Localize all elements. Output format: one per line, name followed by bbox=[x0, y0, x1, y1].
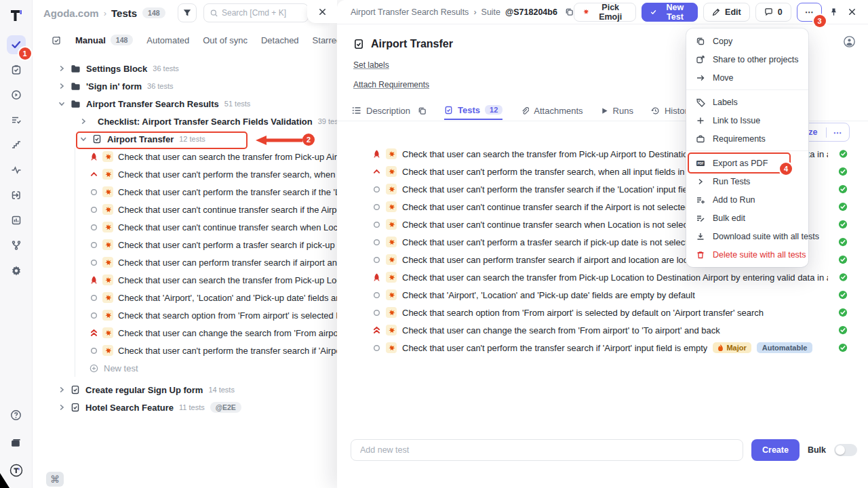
close-panel-button[interactable] bbox=[846, 4, 859, 20]
filter-tab-automated[interactable]: Automated bbox=[146, 35, 189, 45]
sidebar-help-icon[interactable] bbox=[7, 405, 26, 424]
search-input[interactable] bbox=[222, 8, 302, 18]
priority-normal-icon bbox=[90, 312, 98, 319]
bulk-toggle[interactable] bbox=[834, 444, 857, 456]
test-row[interactable]: Check that user can change the search fr… bbox=[337, 321, 868, 339]
tab-runs[interactable]: Runs bbox=[601, 101, 633, 120]
filter-button[interactable] bbox=[178, 3, 197, 22]
tree-item[interactable]: 'Sign in' form36 tests bbox=[33, 77, 337, 95]
tree-test-item[interactable]: Check that user can't continue transfer … bbox=[33, 218, 337, 236]
manage-filters-icon[interactable] bbox=[52, 35, 62, 45]
suite-breadcrumb-section[interactable]: Airport Transfer Search Results bbox=[351, 7, 469, 17]
tree-test-item[interactable]: Check that user can perform transfer sea… bbox=[33, 253, 337, 271]
tree-test-item[interactable]: Check that user can't continue transfer … bbox=[33, 201, 337, 218]
assignee-avatar-icon[interactable] bbox=[844, 36, 855, 47]
tree-item[interactable]: Checklist: Airport Transfer Search Field… bbox=[33, 113, 337, 130]
sidebar-clipboard-check-icon[interactable] bbox=[7, 60, 26, 79]
attach-requirements-link[interactable]: Attach Requirements bbox=[353, 80, 429, 89]
test-row[interactable]: Check that 'Airport', 'Location' and 'Pi… bbox=[337, 286, 868, 304]
menu-item-download-suite-with-all-tests[interactable]: Download suite with all tests bbox=[686, 227, 808, 245]
menu-item-labels[interactable]: Labels bbox=[686, 93, 808, 111]
chevron-right-icon[interactable] bbox=[80, 118, 87, 125]
chevron-right-icon bbox=[696, 177, 705, 186]
menu-item-run-tests[interactable]: Run Tests bbox=[686, 172, 808, 190]
folder-icon bbox=[71, 99, 81, 109]
menu-item-link-to-issue[interactable]: Link to Issue bbox=[686, 111, 808, 129]
tree-test-item[interactable]: Check that user can't perform the transf… bbox=[33, 165, 337, 183]
tag-icon bbox=[696, 98, 705, 107]
sidebar-library-icon[interactable] bbox=[7, 433, 26, 452]
menu-item-delete-suite-with-all-tests[interactable]: Delete suite with all tests bbox=[686, 245, 808, 264]
pick-emoji-button[interactable]: Pick Emoji bbox=[574, 3, 636, 22]
collision-emoji-icon bbox=[386, 342, 397, 353]
tab-attachments[interactable]: Attachments bbox=[520, 101, 583, 120]
add-test-input[interactable] bbox=[351, 439, 743, 461]
chevron-right-icon[interactable] bbox=[58, 386, 65, 393]
sidebar-import-icon[interactable] bbox=[7, 186, 26, 205]
sidebar-tests-icon[interactable]: 1 bbox=[7, 35, 26, 54]
chevron-down-icon[interactable] bbox=[58, 100, 65, 107]
tree-test-item[interactable]: Check that search option from 'From airp… bbox=[33, 306, 337, 324]
suites-tree: Settings Block36 tests'Sign in' form36 t… bbox=[33, 60, 337, 416]
collision-emoji-icon bbox=[386, 307, 397, 318]
sidebar-steps-icon[interactable] bbox=[7, 136, 26, 155]
menu-divider bbox=[686, 89, 808, 90]
copy-suite-id-icon[interactable] bbox=[565, 7, 574, 16]
chevron-down-icon[interactable] bbox=[80, 136, 87, 142]
folder-icon bbox=[71, 81, 81, 92]
tree-test-item[interactable]: Check that user can change the search fr… bbox=[33, 324, 337, 342]
tree-item[interactable]: Airport Transfer Search Results51 tests bbox=[33, 95, 337, 113]
filter-tab-manual[interactable]: Manual148 bbox=[75, 35, 133, 45]
copy-description-icon[interactable] bbox=[418, 106, 427, 115]
chevron-right-icon[interactable] bbox=[58, 404, 65, 411]
tree-item[interactable]: Settings Block36 tests bbox=[33, 60, 337, 77]
sidebar-branch-icon[interactable] bbox=[7, 236, 26, 255]
sidebar-play-circle-icon[interactable] bbox=[7, 85, 26, 104]
filter-tab-starred[interactable]: Starred bbox=[313, 35, 337, 45]
suite-doc-icon bbox=[92, 134, 102, 144]
menu-item-export-as-pdf[interactable]: PDFExport as PDF4 bbox=[686, 154, 808, 172]
test-row[interactable]: Check that user can't perform the transf… bbox=[337, 339, 868, 357]
edit-button[interactable]: Edit bbox=[703, 3, 750, 22]
tree-test-item[interactable]: Check that user can't perform the transf… bbox=[33, 183, 337, 201]
menu-item-move[interactable]: Move bbox=[686, 68, 808, 87]
new-test-button[interactable]: New Test bbox=[642, 3, 698, 22]
app-sidebar: 1 bbox=[0, 0, 33, 488]
create-button[interactable]: Create bbox=[751, 439, 800, 461]
tree-test-item[interactable]: Check that user can't perform the transf… bbox=[33, 342, 337, 359]
menu-item-copy[interactable]: Copy bbox=[686, 32, 808, 50]
pin-button[interactable] bbox=[827, 4, 840, 20]
summarize-more-button[interactable]: ⋯ bbox=[826, 127, 850, 138]
sidebar-list-check-icon[interactable] bbox=[7, 110, 26, 129]
tree-test-item[interactable]: Check that user can search the transfer … bbox=[33, 271, 337, 289]
sidebar-settings-gear-icon[interactable] bbox=[7, 261, 26, 280]
tree-test-item[interactable]: Check that 'Airport', 'Location' and 'Pi… bbox=[33, 289, 337, 306]
tab-description[interactable]: Description bbox=[352, 101, 427, 120]
comments-button[interactable]: 0 bbox=[755, 3, 791, 22]
new-test-button[interactable]: New test bbox=[33, 359, 337, 377]
tree-test-item[interactable]: Check that user can't perform a trasfer … bbox=[33, 236, 337, 253]
breadcrumb-section[interactable]: Tests bbox=[111, 7, 137, 19]
test-row[interactable]: Check that user can search the transfer … bbox=[337, 268, 868, 286]
breadcrumb-project[interactable]: Agoda.com bbox=[43, 7, 99, 19]
more-actions-button[interactable]: ⋯ 3 bbox=[797, 3, 823, 22]
app-logo-icon[interactable] bbox=[7, 7, 25, 24]
chevron-right-icon[interactable] bbox=[58, 65, 65, 72]
filter-tab-detached[interactable]: Detached bbox=[261, 35, 299, 45]
menu-item-share-to-other-projects[interactable]: Share to other projects bbox=[686, 50, 808, 68]
chevron-right-icon[interactable] bbox=[58, 83, 65, 89]
search-box[interactable] bbox=[203, 3, 309, 22]
tree-item[interactable]: Hotel Search Feature11 tests@E2E bbox=[33, 399, 337, 416]
tab-tests[interactable]: Tests 12 bbox=[444, 101, 502, 120]
panel-close-tab[interactable] bbox=[307, 0, 337, 23]
sidebar-activity-icon[interactable] bbox=[7, 161, 26, 180]
menu-item-requirements[interactable]: Requirements bbox=[686, 129, 808, 148]
filter-tab-out-of-sync[interactable]: Out of sync bbox=[203, 35, 248, 45]
test-row[interactable]: Check that search option from 'From airp… bbox=[337, 304, 868, 321]
tree-test-item[interactable]: Check that user can search the transfer … bbox=[33, 148, 337, 165]
set-labels-link[interactable]: Set labels bbox=[353, 60, 389, 70]
tree-item[interactable]: Create regular Sign Up form14 tests bbox=[33, 381, 337, 399]
menu-item-bulk-edit[interactable]: Bulk edit bbox=[686, 209, 808, 227]
menu-item-add-to-run[interactable]: Add to Run bbox=[686, 190, 808, 209]
sidebar-reports-chart-icon[interactable] bbox=[7, 211, 26, 230]
